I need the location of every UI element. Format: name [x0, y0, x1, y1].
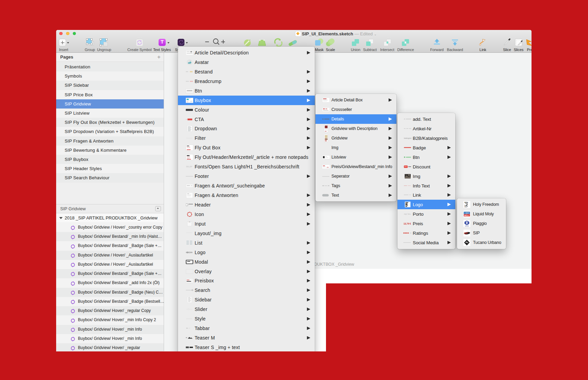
svg-text:zzgl. Vers.: zzgl. Vers. — [404, 213, 411, 215]
svg-text:katalogpreis 9,99: katalogpreis 9,99 — [404, 137, 411, 139]
svg-text:MOLY: MOLY — [464, 214, 470, 216]
svg-text:LIQUI: LIQUI — [464, 212, 469, 214]
svg-text:13,79 €: 13,79 € — [404, 222, 411, 225]
svg-text:Hóly: Hóly — [464, 202, 468, 203]
svg-text:dom: dom — [464, 206, 468, 208]
svg-text:SIP: SIP — [464, 232, 468, 235]
